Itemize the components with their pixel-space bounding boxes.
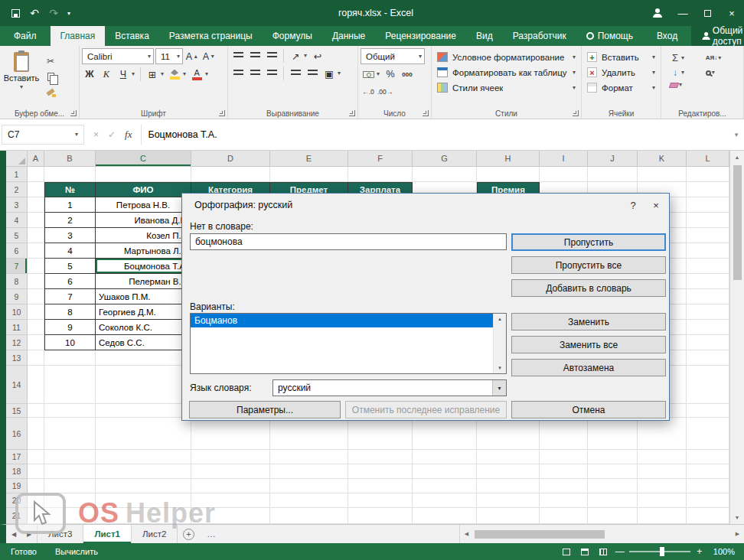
autosum-button[interactable]: Σ▾ bbox=[670, 52, 698, 63]
cell-C16[interactable] bbox=[96, 418, 191, 450]
redo-icon[interactable]: ↷ bbox=[46, 5, 61, 21]
number-format-select[interactable]: Общий ▾ bbox=[361, 48, 425, 64]
cell-D19[interactable] bbox=[191, 479, 270, 493]
column-header-I[interactable]: I bbox=[540, 151, 588, 166]
row-header-1[interactable]: 1 bbox=[6, 167, 28, 182]
fill-color-icon[interactable] bbox=[167, 67, 182, 82]
cell-B15[interactable] bbox=[44, 404, 96, 418]
cell-F16[interactable] bbox=[348, 418, 413, 450]
scroll-down-icon[interactable]: ▼ bbox=[730, 511, 744, 524]
cell-L15[interactable] bbox=[687, 404, 729, 418]
cell-B16[interactable] bbox=[44, 418, 96, 450]
cell-B21[interactable] bbox=[44, 508, 96, 524]
cell-G21[interactable] bbox=[413, 508, 477, 524]
scroll-left-icon[interactable]: ◀ bbox=[460, 525, 473, 543]
cell-C8[interactable]: Пелерман В.И bbox=[96, 274, 191, 289]
cell-B9[interactable]: 7 bbox=[44, 289, 96, 304]
cell-B7[interactable]: 5 bbox=[44, 259, 96, 274]
cell-L10[interactable] bbox=[687, 304, 729, 320]
change-all-button[interactable]: Заменить все bbox=[511, 336, 666, 353]
column-header-G[interactable]: G bbox=[413, 151, 477, 166]
row-header-8[interactable]: 8 bbox=[6, 274, 28, 289]
paste-button[interactable]: Вставить ▾ bbox=[2, 50, 41, 108]
autocorrect-button[interactable]: Автозамена bbox=[511, 359, 666, 376]
cell-G18[interactable] bbox=[413, 464, 477, 479]
decrease-indent-icon[interactable] bbox=[288, 66, 303, 81]
row-header-14[interactable]: 14 bbox=[6, 366, 28, 404]
sheet-tab-list3[interactable]: Лист3 bbox=[37, 525, 83, 543]
cell-L17[interactable] bbox=[687, 450, 729, 464]
row-header-15[interactable]: 15 bbox=[6, 404, 28, 418]
borders-dropdown-icon[interactable]: ▾ bbox=[161, 71, 164, 77]
cell-A12[interactable] bbox=[28, 335, 44, 350]
orientation-icon[interactable]: ↗ bbox=[288, 48, 303, 63]
list-scroll-down-icon[interactable]: ▾ bbox=[498, 365, 501, 371]
row-header-6[interactable]: 6 bbox=[6, 243, 28, 259]
paste-dropdown-icon[interactable]: ▾ bbox=[20, 84, 23, 90]
cell-C12[interactable]: Седов С.С. bbox=[96, 335, 191, 350]
cell-C19[interactable] bbox=[96, 479, 191, 493]
cell-C5[interactable]: Козел П.Э bbox=[96, 228, 191, 243]
cell-A10[interactable] bbox=[28, 304, 44, 320]
decrease-font-size-icon[interactable]: А▼ bbox=[201, 49, 217, 64]
cell-H17[interactable] bbox=[477, 450, 540, 464]
cancel-entry-icon[interactable]: × bbox=[93, 129, 99, 140]
cell-A3[interactable] bbox=[28, 197, 44, 213]
cell-D21[interactable] bbox=[191, 508, 270, 524]
merge-dropdown-icon[interactable]: ▾ bbox=[338, 70, 341, 77]
zoom-slider[interactable] bbox=[629, 551, 690, 552]
namebox-dropdown-icon[interactable]: ▾ bbox=[75, 132, 78, 138]
cell-E17[interactable] bbox=[270, 450, 348, 464]
combo-dropdown-icon[interactable]: ▾ bbox=[492, 380, 506, 396]
conditional-formatting-button[interactable]: Условное форматирование ▾ bbox=[434, 50, 579, 63]
percent-style-icon[interactable]: % bbox=[383, 67, 398, 82]
cell-B17[interactable] bbox=[44, 450, 96, 464]
cell-D20[interactable] bbox=[191, 493, 270, 508]
ribbon-tab-4[interactable]: Формулы bbox=[263, 26, 322, 46]
scroll-right-icon[interactable]: ▶ bbox=[731, 525, 744, 543]
save-icon[interactable] bbox=[8, 5, 23, 21]
cell-A5[interactable] bbox=[28, 228, 44, 243]
align-right-icon[interactable] bbox=[264, 66, 279, 81]
cell-B2[interactable]: № bbox=[44, 182, 96, 197]
italic-button[interactable]: К bbox=[99, 67, 114, 82]
cell-H1[interactable] bbox=[477, 167, 540, 182]
cell-C17[interactable] bbox=[96, 450, 191, 464]
cell-C10[interactable]: Георгиев Д.М. bbox=[96, 304, 191, 320]
sheet-tab-list2[interactable]: Лист2 bbox=[132, 525, 178, 543]
cell-C9[interactable]: Ушаков П.М. bbox=[96, 289, 191, 304]
cell-L2[interactable] bbox=[687, 182, 729, 197]
cell-K21[interactable] bbox=[638, 508, 687, 524]
new-sheet-button[interactable]: + bbox=[178, 525, 199, 543]
align-center-icon[interactable] bbox=[247, 66, 263, 81]
format-painter-icon[interactable] bbox=[42, 86, 59, 99]
cut-icon[interactable]: ✂ bbox=[42, 54, 59, 67]
add-to-dictionary-button[interactable]: Добавить в словарь bbox=[511, 279, 666, 297]
cell-L11[interactable] bbox=[687, 320, 729, 335]
cell-C1[interactable] bbox=[96, 167, 191, 182]
cell-A15[interactable] bbox=[28, 404, 44, 418]
cell-L13[interactable] bbox=[687, 350, 729, 366]
cell-B19[interactable] bbox=[44, 479, 96, 493]
cell-E16[interactable] bbox=[270, 418, 348, 450]
cell-L3[interactable] bbox=[687, 197, 729, 213]
column-header-A[interactable]: A bbox=[28, 151, 44, 166]
cell-H20[interactable] bbox=[477, 493, 540, 508]
cell-J19[interactable] bbox=[588, 479, 638, 493]
cell-I20[interactable] bbox=[540, 493, 588, 508]
orientation-dropdown-icon[interactable]: ▾ bbox=[304, 53, 307, 59]
cell-I18[interactable] bbox=[540, 464, 588, 479]
align-top-icon[interactable] bbox=[230, 48, 246, 63]
cell-B11[interactable]: 9 bbox=[44, 320, 96, 335]
cell-L16[interactable] bbox=[687, 418, 729, 450]
zoom-level[interactable]: 100% bbox=[707, 547, 744, 556]
font-color-dropdown-icon[interactable]: ▾ bbox=[205, 71, 208, 77]
cell-J1[interactable] bbox=[588, 167, 638, 182]
cell-L5[interactable] bbox=[687, 228, 729, 243]
row-header-11[interactable]: 11 bbox=[6, 320, 28, 335]
cell-H18[interactable] bbox=[477, 464, 540, 479]
bold-button[interactable]: Ж bbox=[82, 67, 97, 82]
cell-A4[interactable] bbox=[28, 213, 44, 228]
cell-A11[interactable] bbox=[28, 320, 44, 335]
name-box[interactable]: C7 ▾ bbox=[2, 125, 84, 145]
